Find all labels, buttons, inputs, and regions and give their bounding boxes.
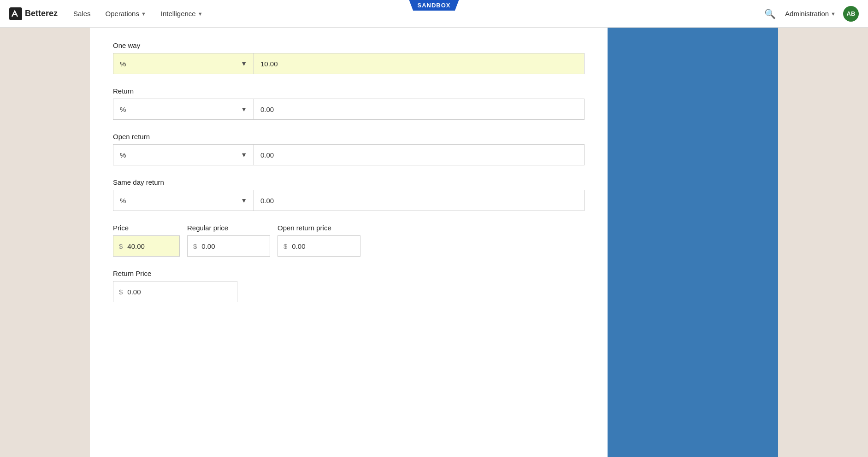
- open-return-label: Open return: [113, 133, 585, 141]
- regular-price-group: Regular price $: [187, 224, 270, 257]
- sales-label: Sales: [73, 10, 91, 18]
- regular-price-input[interactable]: [201, 242, 270, 250]
- administration-label: Administration: [785, 10, 829, 18]
- admin-chevron-icon: ▼: [831, 11, 836, 17]
- return-label: Return: [113, 87, 585, 95]
- return-group: Return % $ Fixed ▼: [113, 87, 585, 120]
- return-value-input[interactable]: [254, 99, 585, 120]
- open-return-row: % $ Fixed ▼: [113, 144, 585, 165]
- return-price-input[interactable]: [127, 288, 237, 296]
- return-price-group: Return Price $: [113, 270, 585, 302]
- price-symbol: $: [113, 242, 127, 250]
- price-row: Price $ Regular price $ Open return pric…: [113, 224, 585, 257]
- navbar: Betterez Sales Operations ▼ Intelligence…: [0, 0, 868, 28]
- open-return-value-input[interactable]: [254, 144, 585, 165]
- return-price-input-wrapper: $: [113, 281, 237, 302]
- page-layout: One way % $ Fixed ▼ Return %: [0, 28, 868, 457]
- price-group: Price $: [113, 224, 180, 257]
- return-price-symbol: $: [113, 288, 127, 296]
- open-return-price-input[interactable]: [292, 242, 360, 250]
- same-day-return-row: % $ Fixed ▼: [113, 190, 585, 211]
- left-sidebar: [0, 28, 90, 457]
- open-return-price-symbol: $: [278, 242, 292, 250]
- nav-sales[interactable]: Sales: [71, 7, 93, 20]
- same-day-return-select[interactable]: % $ Fixed: [113, 190, 254, 211]
- nav-operations[interactable]: Operations ▼: [104, 7, 148, 20]
- main-content: One way % $ Fixed ▼ Return %: [90, 28, 608, 457]
- open-return-select[interactable]: % $ Fixed: [113, 144, 254, 165]
- one-way-value-input[interactable]: [254, 53, 585, 74]
- operations-label: Operations: [106, 10, 139, 18]
- return-select[interactable]: % $ Fixed: [113, 99, 254, 120]
- logo-text: Betterez: [25, 9, 58, 18]
- right-panel: [608, 28, 778, 457]
- logo[interactable]: Betterez: [9, 7, 58, 20]
- open-return-price-label: Open return price: [278, 224, 360, 232]
- search-icon[interactable]: 🔍: [764, 8, 776, 19]
- open-return-group: Open return % $ Fixed ▼: [113, 133, 585, 165]
- open-return-price-input-wrapper: $: [278, 235, 360, 257]
- return-select-wrapper: % $ Fixed ▼: [113, 99, 254, 120]
- avatar[interactable]: AB: [843, 6, 859, 22]
- return-price-label: Return Price: [113, 270, 585, 277]
- regular-price-label: Regular price: [187, 224, 270, 232]
- sandbox-badge: SANDBOX: [409, 0, 459, 11]
- same-day-return-group: Same day return % $ Fixed ▼: [113, 178, 585, 211]
- same-day-return-value-input[interactable]: [254, 190, 585, 211]
- regular-price-symbol: $: [188, 242, 201, 250]
- intelligence-chevron-icon: ▼: [198, 11, 203, 17]
- open-return-select-wrapper: % $ Fixed ▼: [113, 144, 254, 165]
- price-input-wrapper: $: [113, 235, 180, 257]
- price-input[interactable]: [127, 242, 179, 250]
- nav-administration[interactable]: Administration ▼: [785, 10, 836, 18]
- return-row: % $ Fixed ▼: [113, 99, 585, 120]
- same-day-return-select-wrapper: % $ Fixed ▼: [113, 190, 254, 211]
- one-way-label: One way: [113, 41, 585, 49]
- price-label: Price: [113, 224, 180, 232]
- logo-icon: [9, 7, 22, 20]
- one-way-row: % $ Fixed ▼: [113, 53, 585, 74]
- same-day-return-label: Same day return: [113, 178, 585, 186]
- open-return-price-group: Open return price $: [278, 224, 360, 257]
- one-way-select[interactable]: % $ Fixed: [113, 53, 254, 74]
- one-way-select-wrapper: % $ Fixed ▼: [113, 53, 254, 74]
- nav-intelligence[interactable]: Intelligence ▼: [159, 7, 205, 20]
- right-sidebar: [778, 28, 868, 457]
- regular-price-input-wrapper: $: [187, 235, 270, 257]
- intelligence-label: Intelligence: [161, 10, 196, 18]
- operations-chevron-icon: ▼: [141, 11, 146, 17]
- one-way-group: One way % $ Fixed ▼: [113, 41, 585, 74]
